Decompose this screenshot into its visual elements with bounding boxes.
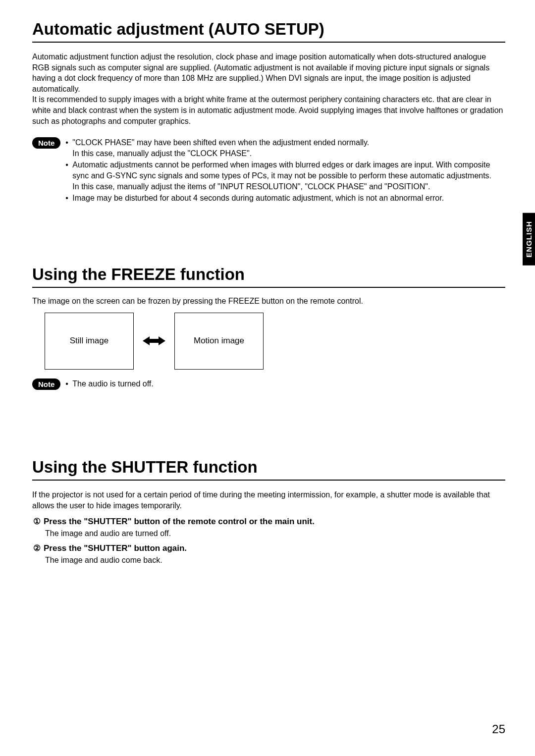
step-number-icon: ② [33, 543, 41, 554]
page-number: 25 [492, 722, 505, 736]
section1-note-list: "CLOCK PHASE" may have been shifted even… [65, 137, 505, 205]
note-item: "CLOCK PHASE" may have been shifted even… [65, 137, 505, 159]
section1-paragraph: Automatic adjustment function adjust the… [32, 52, 505, 126]
section2-note-row: Note The audio is turned off. [32, 378, 505, 390]
section2-intro: The image on the screen can be frozen by… [32, 297, 505, 306]
section2-note-list: The audio is turned off. [65, 378, 153, 390]
section1-heading: Automatic adjustment (AUTO SETUP) [32, 20, 505, 43]
note-badge: Note [32, 378, 60, 390]
step-1: ① Press the "SHUTTER" button of the remo… [33, 516, 505, 527]
section3-heading: Using the SHUTTER function [32, 458, 505, 481]
step-body: The image and audio come back. [45, 556, 505, 565]
svg-marker-0 [143, 336, 165, 345]
note-item: The audio is turned off. [65, 378, 153, 389]
step-2: ② Press the "SHUTTER" button again. [33, 543, 505, 554]
section2-heading: Using the FREEZE function [32, 265, 505, 288]
still-image-box: Still image [45, 313, 134, 370]
note-badge: Note [32, 137, 60, 149]
step-title: Press the "SHUTTER" button again. [44, 543, 187, 554]
motion-image-box: Motion image [174, 313, 264, 370]
section3-intro: If the projector is not used for a certa… [32, 489, 505, 511]
section1-note-row: Note "CLOCK PHASE" may have been shifted… [32, 137, 505, 205]
step-number-icon: ① [33, 516, 41, 527]
note-item: Image may be disturbed for about 4 secon… [65, 193, 505, 204]
language-tab: ENGLISH [523, 213, 535, 266]
freeze-diagram: Still image Motion image [45, 313, 505, 370]
step-body: The image and audio are turned off. [45, 529, 505, 538]
step-title: Press the "SHUTTER" button of the remote… [44, 516, 315, 527]
double-arrow-icon [143, 336, 165, 346]
note-item: Automatic adjustments cannot be performe… [65, 160, 505, 192]
